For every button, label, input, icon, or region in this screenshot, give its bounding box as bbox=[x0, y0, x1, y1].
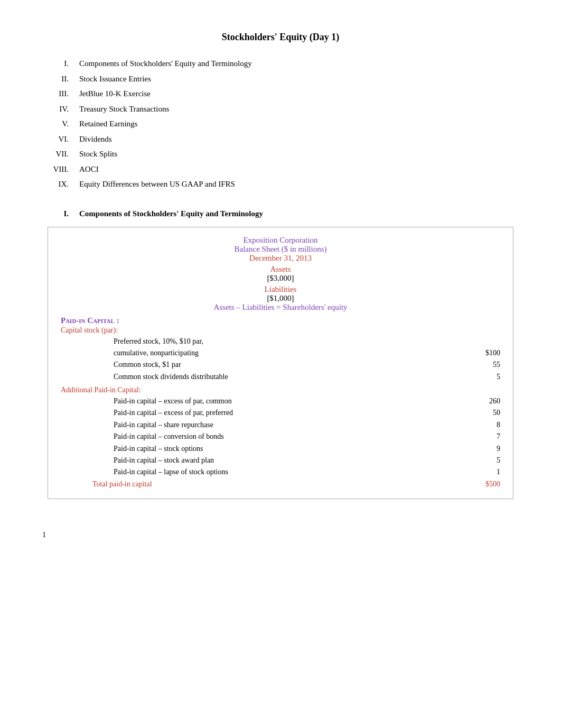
line-item-common-dividends: Common stock dividends distributable 5 bbox=[61, 371, 500, 383]
capital-stock-label: Capital stock (par): bbox=[61, 326, 500, 335]
line-item-stock-award: Paid-in capital – stock award plan 5 bbox=[61, 455, 500, 466]
line-item-share-repurchase: Paid-in capital – share repurchase 8 bbox=[61, 419, 500, 431]
total-paid-in-label: Total paid-in capital bbox=[92, 478, 152, 490]
toc-item-5: V. Retained Earnings bbox=[42, 118, 519, 130]
total-paid-in-amount: $500 bbox=[485, 478, 500, 490]
line-item-stock-options: Paid-in capital – stock options 9 bbox=[61, 443, 500, 455]
page-number: 1 bbox=[42, 531, 519, 539]
line-item-excess-common: Paid-in capital – excess of par, common … bbox=[61, 395, 500, 407]
bs-header: Exposition Corporation Balance Sheet ($ … bbox=[61, 236, 500, 312]
line-item-common-stock: Common stock, $1 par 55 bbox=[61, 359, 500, 371]
toc-item-4: IV. Treasury Stock Transactions bbox=[42, 103, 519, 115]
toc-item-8: VIII. AOCI bbox=[42, 163, 519, 176]
additional-paid-label: Additional Paid-in Capital: bbox=[61, 386, 500, 394]
section-i-header: I. Components of Stockholders' Equity an… bbox=[42, 209, 519, 218]
balance-sheet-box: Exposition Corporation Balance Sheet ($ … bbox=[48, 227, 513, 500]
bs-title: Balance Sheet ($ in millions) bbox=[61, 245, 500, 254]
table-of-contents: I. Components of Stockholders' Equity an… bbox=[42, 58, 519, 190]
page-title: Stockholders' Equity (Day 1) bbox=[42, 32, 519, 43]
line-item-preferred-amount: cumulative, nonparticipating $100 bbox=[61, 347, 500, 359]
assets-amount: [$3,000] bbox=[61, 274, 500, 283]
line-item-preferred-label: Preferred stock, 10%, $10 par, bbox=[61, 336, 500, 347]
liabilities-amount: [$1,000] bbox=[61, 294, 500, 303]
toc-item-1: I. Components of Stockholders' Equity an… bbox=[42, 58, 519, 70]
toc-item-6: VI. Dividends bbox=[42, 133, 519, 145]
company-name: Exposition Corporation bbox=[61, 236, 500, 245]
toc-item-2: II. Stock Issuance Entries bbox=[42, 73, 519, 85]
line-item-excess-preferred: Paid-in capital – excess of par, preferr… bbox=[61, 407, 500, 419]
total-paid-in-line: Total paid-in capital $500 bbox=[61, 478, 500, 490]
line-item-conversion-bonds: Paid-in capital – conversion of bonds 7 bbox=[61, 431, 500, 443]
paid-in-capital-header: Paid-in Capital : bbox=[61, 316, 500, 325]
toc-item-7: VII. Stock Splits bbox=[42, 148, 519, 160]
bs-date: December 31, 2013 bbox=[61, 254, 500, 263]
line-item-lapse-options: Paid-in capital – lapse of stock options… bbox=[61, 466, 500, 478]
toc-item-9: IX. Equity Differences between US GAAP a… bbox=[42, 178, 519, 190]
toc-item-3: III. JetBlue 10-K Exercise bbox=[42, 88, 519, 100]
assets-label: Assets bbox=[61, 265, 500, 274]
equity-equation: Assets – Liabilities = Shareholders' equ… bbox=[61, 303, 500, 312]
liabilities-label: Liabilities bbox=[61, 285, 500, 294]
